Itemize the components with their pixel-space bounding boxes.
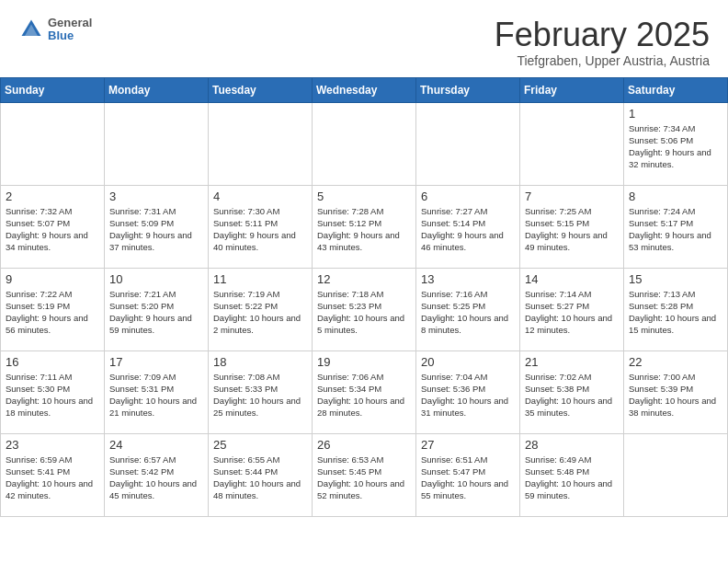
empty-day-cell bbox=[313, 102, 416, 185]
calendar-week-row: 2Sunrise: 7:32 AM Sunset: 5:07 PM Daylig… bbox=[1, 185, 728, 268]
day-number: 3 bbox=[109, 190, 203, 203]
day-cell: 19Sunrise: 7:06 AM Sunset: 5:34 PM Dayli… bbox=[313, 350, 416, 433]
day-number: 6 bbox=[421, 190, 515, 203]
day-info: Sunrise: 7:13 AM Sunset: 5:28 PM Dayligh… bbox=[629, 288, 722, 337]
day-number: 26 bbox=[317, 438, 411, 452]
day-cell: 20Sunrise: 7:04 AM Sunset: 5:36 PM Dayli… bbox=[416, 350, 520, 433]
day-number: 10 bbox=[109, 272, 203, 286]
day-number: 8 bbox=[629, 190, 722, 203]
weekday-header-tuesday: Tuesday bbox=[209, 77, 313, 102]
logo-icon bbox=[18, 17, 44, 42]
day-cell: 8Sunrise: 7:24 AM Sunset: 5:17 PM Daylig… bbox=[624, 185, 728, 268]
day-number: 13 bbox=[421, 272, 515, 286]
day-info: Sunrise: 6:53 AM Sunset: 5:45 PM Dayligh… bbox=[317, 454, 411, 502]
month-title: February 2025 bbox=[495, 17, 710, 53]
logo-general-text: General bbox=[48, 17, 92, 29]
day-info: Sunrise: 7:34 AM Sunset: 5:06 PM Dayligh… bbox=[629, 122, 722, 171]
day-info: Sunrise: 6:55 AM Sunset: 5:44 PM Dayligh… bbox=[213, 454, 307, 502]
weekday-header-thursday: Thursday bbox=[416, 77, 520, 102]
day-number: 16 bbox=[6, 355, 99, 369]
empty-day-cell bbox=[520, 102, 624, 185]
weekday-header-row: SundayMondayTuesdayWednesdayThursdayFrid… bbox=[1, 77, 728, 102]
day-number: 27 bbox=[421, 438, 515, 452]
day-number: 28 bbox=[525, 438, 619, 452]
day-number: 15 bbox=[629, 272, 722, 286]
day-info: Sunrise: 7:25 AM Sunset: 5:15 PM Dayligh… bbox=[525, 205, 619, 254]
day-number: 24 bbox=[109, 438, 203, 452]
day-number: 25 bbox=[213, 438, 307, 452]
day-cell: 16Sunrise: 7:11 AM Sunset: 5:30 PM Dayli… bbox=[1, 350, 105, 433]
day-cell: 23Sunrise: 6:59 AM Sunset: 5:41 PM Dayli… bbox=[1, 433, 105, 516]
day-cell: 11Sunrise: 7:19 AM Sunset: 5:22 PM Dayli… bbox=[209, 268, 313, 350]
day-info: Sunrise: 7:18 AM Sunset: 5:23 PM Dayligh… bbox=[317, 288, 411, 337]
day-number: 14 bbox=[525, 272, 619, 286]
day-info: Sunrise: 7:32 AM Sunset: 5:07 PM Dayligh… bbox=[6, 205, 99, 254]
day-cell: 3Sunrise: 7:31 AM Sunset: 5:09 PM Daylig… bbox=[105, 185, 209, 268]
day-info: Sunrise: 6:57 AM Sunset: 5:42 PM Dayligh… bbox=[109, 454, 203, 502]
weekday-header-sunday: Sunday bbox=[1, 77, 105, 102]
day-cell: 25Sunrise: 6:55 AM Sunset: 5:44 PM Dayli… bbox=[209, 433, 313, 516]
page-header: General Blue February 2025 Tiefgraben, U… bbox=[0, 0, 728, 77]
day-info: Sunrise: 7:08 AM Sunset: 5:33 PM Dayligh… bbox=[213, 371, 307, 419]
empty-day-cell bbox=[624, 433, 728, 516]
weekday-header-saturday: Saturday bbox=[624, 77, 728, 102]
empty-day-cell bbox=[209, 102, 313, 185]
empty-day-cell bbox=[105, 102, 209, 185]
calendar-week-row: 16Sunrise: 7:11 AM Sunset: 5:30 PM Dayli… bbox=[1, 350, 728, 433]
day-info: Sunrise: 7:28 AM Sunset: 5:12 PM Dayligh… bbox=[317, 205, 411, 254]
day-cell: 24Sunrise: 6:57 AM Sunset: 5:42 PM Dayli… bbox=[105, 433, 209, 516]
day-cell: 22Sunrise: 7:00 AM Sunset: 5:39 PM Dayli… bbox=[624, 350, 728, 433]
day-cell: 13Sunrise: 7:16 AM Sunset: 5:25 PM Dayli… bbox=[416, 268, 520, 350]
day-info: Sunrise: 7:24 AM Sunset: 5:17 PM Dayligh… bbox=[629, 205, 722, 254]
empty-day-cell bbox=[416, 102, 520, 185]
day-number: 23 bbox=[6, 438, 99, 452]
day-info: Sunrise: 6:49 AM Sunset: 5:48 PM Dayligh… bbox=[525, 454, 619, 502]
calendar-week-row: 9Sunrise: 7:22 AM Sunset: 5:19 PM Daylig… bbox=[1, 268, 728, 350]
day-cell: 5Sunrise: 7:28 AM Sunset: 5:12 PM Daylig… bbox=[313, 185, 416, 268]
day-info: Sunrise: 6:51 AM Sunset: 5:47 PM Dayligh… bbox=[421, 454, 515, 502]
day-number: 9 bbox=[6, 272, 99, 286]
day-number: 22 bbox=[629, 355, 722, 369]
day-cell: 6Sunrise: 7:27 AM Sunset: 5:14 PM Daylig… bbox=[416, 185, 520, 268]
day-number: 2 bbox=[6, 190, 99, 203]
calendar-week-row: 1Sunrise: 7:34 AM Sunset: 5:06 PM Daylig… bbox=[1, 102, 728, 185]
weekday-header-wednesday: Wednesday bbox=[313, 77, 416, 102]
day-cell: 17Sunrise: 7:09 AM Sunset: 5:31 PM Dayli… bbox=[105, 350, 209, 433]
weekday-header-friday: Friday bbox=[520, 77, 624, 102]
day-cell: 2Sunrise: 7:32 AM Sunset: 5:07 PM Daylig… bbox=[1, 185, 105, 268]
day-number: 21 bbox=[525, 355, 619, 369]
day-cell: 9Sunrise: 7:22 AM Sunset: 5:19 PM Daylig… bbox=[1, 268, 105, 350]
calendar-header: SundayMondayTuesdayWednesdayThursdayFrid… bbox=[1, 77, 728, 102]
day-number: 1 bbox=[629, 107, 722, 121]
day-cell: 28Sunrise: 6:49 AM Sunset: 5:48 PM Dayli… bbox=[520, 433, 624, 516]
calendar-body: 1Sunrise: 7:34 AM Sunset: 5:06 PM Daylig… bbox=[1, 102, 728, 516]
day-info: Sunrise: 7:22 AM Sunset: 5:19 PM Dayligh… bbox=[6, 288, 99, 337]
day-number: 18 bbox=[213, 355, 307, 369]
location-text: Tiefgraben, Upper Austria, Austria bbox=[495, 53, 710, 68]
day-info: Sunrise: 7:30 AM Sunset: 5:11 PM Dayligh… bbox=[213, 205, 307, 254]
day-info: Sunrise: 7:09 AM Sunset: 5:31 PM Dayligh… bbox=[109, 371, 203, 419]
day-info: Sunrise: 7:14 AM Sunset: 5:27 PM Dayligh… bbox=[525, 288, 619, 337]
calendar-week-row: 23Sunrise: 6:59 AM Sunset: 5:41 PM Dayli… bbox=[1, 433, 728, 516]
day-cell: 12Sunrise: 7:18 AM Sunset: 5:23 PM Dayli… bbox=[313, 268, 416, 350]
day-number: 11 bbox=[213, 272, 307, 286]
day-number: 17 bbox=[109, 355, 203, 369]
day-number: 12 bbox=[317, 272, 411, 286]
day-info: Sunrise: 7:02 AM Sunset: 5:38 PM Dayligh… bbox=[525, 371, 619, 419]
day-cell: 21Sunrise: 7:02 AM Sunset: 5:38 PM Dayli… bbox=[520, 350, 624, 433]
day-info: Sunrise: 7:19 AM Sunset: 5:22 PM Dayligh… bbox=[213, 288, 307, 337]
calendar-table: SundayMondayTuesdayWednesdayThursdayFrid… bbox=[0, 77, 728, 517]
logo: General Blue bbox=[18, 17, 92, 43]
day-cell: 26Sunrise: 6:53 AM Sunset: 5:45 PM Dayli… bbox=[313, 433, 416, 516]
day-cell: 4Sunrise: 7:30 AM Sunset: 5:11 PM Daylig… bbox=[209, 185, 313, 268]
day-number: 19 bbox=[317, 355, 411, 369]
day-info: Sunrise: 7:21 AM Sunset: 5:20 PM Dayligh… bbox=[109, 288, 203, 337]
day-cell: 1Sunrise: 7:34 AM Sunset: 5:06 PM Daylig… bbox=[624, 102, 728, 185]
empty-day-cell bbox=[1, 102, 105, 185]
day-number: 4 bbox=[213, 190, 307, 203]
day-info: Sunrise: 7:11 AM Sunset: 5:30 PM Dayligh… bbox=[6, 371, 99, 419]
day-number: 5 bbox=[317, 190, 411, 203]
day-cell: 27Sunrise: 6:51 AM Sunset: 5:47 PM Dayli… bbox=[416, 433, 520, 516]
day-cell: 7Sunrise: 7:25 AM Sunset: 5:15 PM Daylig… bbox=[520, 185, 624, 268]
logo-blue-text: Blue bbox=[48, 29, 92, 42]
